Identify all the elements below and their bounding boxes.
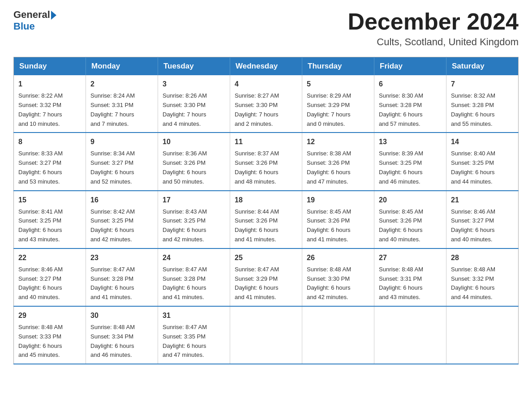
logo-arrow-icon (51, 11, 56, 20)
day-info: Sunrise: 8:48 AM Sunset: 3:32 PM Dayligh… (451, 265, 514, 302)
calendar-day-cell: 21Sunrise: 8:46 AM Sunset: 3:27 PM Dayli… (446, 191, 519, 248)
day-info: Sunrise: 8:48 AM Sunset: 3:33 PM Dayligh… (18, 323, 81, 360)
calendar-day-cell: 26Sunrise: 8:48 AM Sunset: 3:30 PM Dayli… (302, 248, 374, 306)
day-number: 2 (90, 79, 153, 90)
calendar-day-cell: 8Sunrise: 8:33 AM Sunset: 3:27 PM Daylig… (14, 133, 86, 190)
day-of-week-header: Sunday (14, 57, 86, 76)
day-info: Sunrise: 8:36 AM Sunset: 3:26 PM Dayligh… (163, 149, 225, 186)
day-info: Sunrise: 8:45 AM Sunset: 3:26 PM Dayligh… (379, 207, 442, 244)
calendar-day-cell: 7Sunrise: 8:32 AM Sunset: 3:28 PM Daylig… (446, 75, 519, 133)
day-number: 24 (163, 253, 225, 263)
calendar-day-cell: 28Sunrise: 8:48 AM Sunset: 3:32 PM Dayli… (446, 248, 519, 306)
day-info: Sunrise: 8:47 AM Sunset: 3:28 PM Dayligh… (163, 265, 225, 302)
logo-text-general: General (13, 9, 50, 21)
day-info: Sunrise: 8:47 AM Sunset: 3:35 PM Dayligh… (163, 323, 225, 360)
calendar-day-cell: 24Sunrise: 8:47 AM Sunset: 3:28 PM Dayli… (158, 248, 230, 306)
day-info: Sunrise: 8:29 AM Sunset: 3:29 PM Dayligh… (307, 91, 369, 128)
calendar-day-cell: 15Sunrise: 8:41 AM Sunset: 3:25 PM Dayli… (14, 191, 86, 248)
calendar-day-cell: 13Sunrise: 8:39 AM Sunset: 3:25 PM Dayli… (374, 133, 446, 190)
day-of-week-header: Wednesday (230, 57, 302, 76)
calendar-day-cell: 30Sunrise: 8:48 AM Sunset: 3:34 PM Dayli… (86, 306, 158, 364)
calendar-day-cell (446, 306, 519, 364)
calendar-day-cell: 9Sunrise: 8:34 AM Sunset: 3:27 PM Daylig… (86, 133, 158, 190)
day-info: Sunrise: 8:46 AM Sunset: 3:27 PM Dayligh… (451, 207, 514, 244)
day-number: 6 (379, 79, 442, 90)
day-info: Sunrise: 8:33 AM Sunset: 3:27 PM Dayligh… (18, 149, 81, 186)
day-number: 16 (90, 195, 153, 206)
calendar-day-cell: 27Sunrise: 8:48 AM Sunset: 3:31 PM Dayli… (374, 248, 446, 306)
day-number: 1 (18, 79, 81, 90)
logo-text-blue: Blue (13, 21, 35, 32)
calendar-day-cell: 29Sunrise: 8:48 AM Sunset: 3:33 PM Dayli… (14, 306, 86, 364)
calendar-day-cell (302, 306, 374, 364)
day-number: 7 (451, 79, 514, 90)
day-info: Sunrise: 8:48 AM Sunset: 3:30 PM Dayligh… (307, 265, 369, 302)
day-number: 12 (307, 137, 369, 147)
day-info: Sunrise: 8:47 AM Sunset: 3:29 PM Dayligh… (235, 265, 297, 302)
calendar-day-cell: 16Sunrise: 8:42 AM Sunset: 3:25 PM Dayli… (86, 191, 158, 248)
page-header: General Blue December 2024 Cults, Scotla… (13, 9, 519, 48)
day-number: 3 (163, 79, 225, 90)
calendar-day-cell: 2Sunrise: 8:24 AM Sunset: 3:31 PM Daylig… (86, 75, 158, 133)
logo: General Blue (13, 9, 56, 33)
calendar-day-cell: 11Sunrise: 8:37 AM Sunset: 3:26 PM Dayli… (230, 133, 302, 190)
title-section: December 2024 Cults, Scotland, United Ki… (348, 9, 519, 48)
day-number: 31 (163, 310, 225, 321)
day-info: Sunrise: 8:30 AM Sunset: 3:28 PM Dayligh… (379, 91, 442, 128)
day-number: 4 (235, 79, 297, 90)
day-number: 9 (90, 137, 153, 147)
day-number: 15 (18, 195, 81, 206)
day-number: 8 (18, 137, 81, 147)
day-info: Sunrise: 8:40 AM Sunset: 3:25 PM Dayligh… (451, 149, 514, 186)
day-number: 5 (307, 79, 369, 90)
day-info: Sunrise: 8:44 AM Sunset: 3:26 PM Dayligh… (235, 207, 297, 244)
day-info: Sunrise: 8:48 AM Sunset: 3:31 PM Dayligh… (379, 265, 442, 302)
calendar-day-cell: 17Sunrise: 8:43 AM Sunset: 3:25 PM Dayli… (158, 191, 230, 248)
calendar-day-cell: 23Sunrise: 8:47 AM Sunset: 3:28 PM Dayli… (86, 248, 158, 306)
day-of-week-header: Friday (374, 57, 446, 76)
calendar-day-cell: 31Sunrise: 8:47 AM Sunset: 3:35 PM Dayli… (158, 306, 230, 364)
day-info: Sunrise: 8:46 AM Sunset: 3:27 PM Dayligh… (18, 265, 81, 302)
day-info: Sunrise: 8:47 AM Sunset: 3:28 PM Dayligh… (90, 265, 153, 302)
day-of-week-header: Monday (86, 57, 158, 76)
day-number: 22 (18, 253, 81, 263)
day-info: Sunrise: 8:45 AM Sunset: 3:26 PM Dayligh… (307, 207, 369, 244)
day-number: 17 (163, 195, 225, 206)
day-info: Sunrise: 8:26 AM Sunset: 3:30 PM Dayligh… (163, 91, 225, 128)
day-info: Sunrise: 8:38 AM Sunset: 3:26 PM Dayligh… (307, 149, 369, 186)
calendar-day-cell: 19Sunrise: 8:45 AM Sunset: 3:26 PM Dayli… (302, 191, 374, 248)
days-of-week-row: SundayMondayTuesdayWednesdayThursdayFrid… (14, 57, 519, 76)
day-number: 27 (379, 253, 442, 263)
day-number: 21 (451, 195, 514, 206)
month-title: December 2024 (348, 9, 519, 34)
day-number: 11 (235, 137, 297, 147)
day-number: 29 (18, 310, 81, 321)
day-info: Sunrise: 8:37 AM Sunset: 3:26 PM Dayligh… (235, 149, 297, 186)
day-info: Sunrise: 8:41 AM Sunset: 3:25 PM Dayligh… (18, 207, 81, 244)
calendar-day-cell: 25Sunrise: 8:47 AM Sunset: 3:29 PM Dayli… (230, 248, 302, 306)
calendar-body: 1Sunrise: 8:22 AM Sunset: 3:32 PM Daylig… (14, 75, 519, 364)
day-info: Sunrise: 8:42 AM Sunset: 3:25 PM Dayligh… (90, 207, 153, 244)
calendar-week-row: 22Sunrise: 8:46 AM Sunset: 3:27 PM Dayli… (14, 248, 519, 306)
day-of-week-header: Saturday (446, 57, 519, 76)
calendar-day-cell: 14Sunrise: 8:40 AM Sunset: 3:25 PM Dayli… (446, 133, 519, 190)
day-info: Sunrise: 8:24 AM Sunset: 3:31 PM Dayligh… (90, 91, 153, 128)
calendar-week-row: 15Sunrise: 8:41 AM Sunset: 3:25 PM Dayli… (14, 191, 519, 248)
day-number: 14 (451, 137, 514, 147)
calendar-day-cell (374, 306, 446, 364)
calendar-day-cell: 18Sunrise: 8:44 AM Sunset: 3:26 PM Dayli… (230, 191, 302, 248)
day-number: 30 (90, 310, 153, 321)
calendar-week-row: 8Sunrise: 8:33 AM Sunset: 3:27 PM Daylig… (14, 133, 519, 190)
day-info: Sunrise: 8:39 AM Sunset: 3:25 PM Dayligh… (379, 149, 442, 186)
day-info: Sunrise: 8:34 AM Sunset: 3:27 PM Dayligh… (90, 149, 153, 186)
day-number: 10 (163, 137, 225, 147)
calendar-day-cell: 3Sunrise: 8:26 AM Sunset: 3:30 PM Daylig… (158, 75, 230, 133)
day-info: Sunrise: 8:22 AM Sunset: 3:32 PM Dayligh… (18, 91, 81, 128)
day-number: 23 (90, 253, 153, 263)
calendar-day-cell: 4Sunrise: 8:27 AM Sunset: 3:30 PM Daylig… (230, 75, 302, 133)
day-info: Sunrise: 8:32 AM Sunset: 3:28 PM Dayligh… (451, 91, 514, 128)
calendar-header: SundayMondayTuesdayWednesdayThursdayFrid… (14, 57, 519, 76)
day-number: 20 (379, 195, 442, 206)
day-number: 18 (235, 195, 297, 206)
calendar-day-cell: 5Sunrise: 8:29 AM Sunset: 3:29 PM Daylig… (302, 75, 374, 133)
